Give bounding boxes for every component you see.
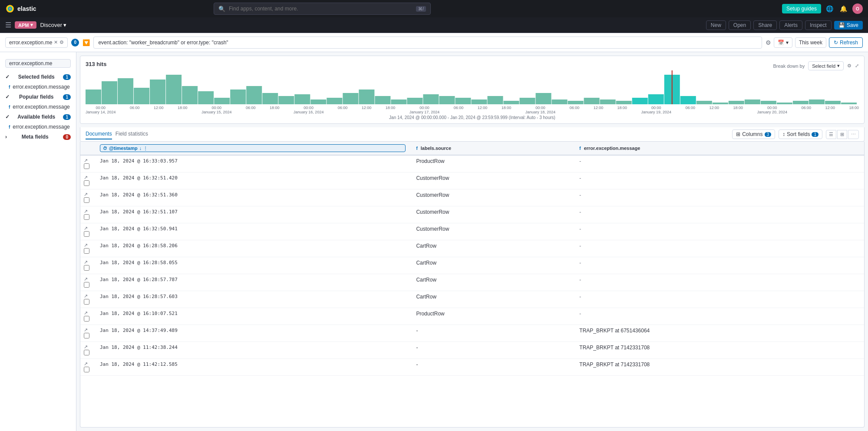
expand-row-icon[interactable]: ↗ bbox=[84, 344, 88, 349]
svg-point-2 bbox=[9, 8, 11, 10]
sidebar-item-error-exception-message-popular[interactable]: f error.exception.message bbox=[0, 103, 76, 111]
save-label: Save bbox=[847, 22, 858, 28]
refresh-button[interactable]: ↻ Refresh bbox=[829, 37, 863, 48]
settings-icon[interactable]: ⚙ bbox=[766, 39, 771, 46]
table-row: ↗ Jan 18, 2024 @ 16:32:51.107 CustomerRo… bbox=[80, 206, 864, 223]
svg-rect-30 bbox=[520, 98, 535, 104]
row-checkbox[interactable] bbox=[84, 282, 89, 288]
row-checkbox[interactable] bbox=[84, 248, 89, 254]
svg-rect-34 bbox=[584, 98, 600, 104]
time-range-button[interactable]: This week bbox=[795, 37, 826, 48]
query-bar-right: ⚙ 📅 ▾ This week ↻ Refresh bbox=[766, 37, 863, 48]
column-options-icon[interactable]: ⋮ bbox=[143, 146, 148, 151]
field-count-button[interactable]: 0 bbox=[71, 39, 79, 46]
svg-rect-45 bbox=[761, 101, 776, 104]
new-button[interactable]: New bbox=[706, 20, 726, 30]
row-checkbox[interactable] bbox=[84, 180, 89, 186]
open-button[interactable]: Open bbox=[729, 20, 751, 30]
exception-column-header[interactable]: f error.exception.message bbox=[574, 142, 864, 155]
options-button[interactable]: ⋯ bbox=[848, 130, 859, 139]
chart-expand-icon[interactable]: ⤢ bbox=[855, 63, 859, 69]
row-checkbox[interactable] bbox=[84, 265, 89, 271]
label-cell: ProductRow bbox=[411, 308, 574, 325]
row-checkbox[interactable] bbox=[84, 214, 89, 220]
selected-fields-header[interactable]: ✓ Selected fields 1 bbox=[0, 71, 76, 83]
save-button[interactable]: 💾 Save bbox=[834, 21, 863, 30]
row-checkbox[interactable] bbox=[84, 316, 89, 322]
svg-rect-48 bbox=[809, 99, 825, 104]
index-pattern-button[interactable]: error.exception.me bbox=[5, 59, 71, 68]
tab-documents[interactable]: Documents bbox=[86, 129, 112, 139]
row-checkbox[interactable] bbox=[84, 350, 89, 355]
user-avatar[interactable]: O bbox=[852, 3, 863, 14]
table-view-button[interactable]: ☰ bbox=[826, 130, 836, 139]
row-checkbox[interactable] bbox=[84, 367, 89, 372]
popular-fields-header[interactable]: ✓ Popular fields 1 bbox=[0, 91, 76, 103]
field-selector[interactable]: error.exception.me ✕ ⚙ bbox=[5, 37, 68, 48]
expand-row-icon[interactable]: ↗ bbox=[84, 242, 88, 248]
query-input[interactable] bbox=[93, 36, 762, 49]
expand-row-icon[interactable]: ↗ bbox=[84, 225, 88, 231]
columns-button[interactable]: ⊞ Columns 3 bbox=[732, 129, 775, 139]
inspect-button[interactable]: Inspect bbox=[805, 20, 832, 30]
svg-rect-41 bbox=[696, 101, 712, 104]
global-search-input[interactable] bbox=[229, 6, 413, 12]
row-checkbox[interactable] bbox=[84, 231, 89, 237]
svg-rect-5 bbox=[118, 78, 133, 104]
meta-fields-header[interactable]: › Meta fields 0 bbox=[0, 131, 76, 143]
share-button[interactable]: Share bbox=[753, 20, 777, 30]
select-field-button[interactable]: Select field ▾ bbox=[808, 61, 844, 70]
row-checkbox[interactable] bbox=[84, 333, 89, 338]
sidebar-item-error-exception-message-selected[interactable]: f error.exception.message bbox=[0, 83, 76, 91]
calendar-button[interactable]: 📅 ▾ bbox=[774, 37, 792, 48]
time-range-label: Jan 14, 2024 @ 00:00:00.000 - Jan 20, 20… bbox=[86, 115, 859, 120]
timestamp-col-icon: ⏱ bbox=[103, 146, 107, 151]
row-checkbox[interactable] bbox=[84, 299, 89, 305]
expand-row-icon[interactable]: ↗ bbox=[84, 327, 88, 332]
chart-settings-icon[interactable]: ⚙ bbox=[847, 63, 851, 69]
hamburger-menu-icon[interactable]: ☰ bbox=[5, 21, 11, 29]
label-cell: - bbox=[411, 342, 574, 359]
svg-rect-12 bbox=[230, 90, 246, 104]
expand-row-icon[interactable]: ↗ bbox=[84, 175, 88, 180]
svg-rect-27 bbox=[471, 99, 487, 104]
tab-field-statistics[interactable]: Field statistics bbox=[116, 129, 148, 139]
alerts-button[interactable]: Alerts bbox=[779, 20, 802, 30]
svg-rect-4 bbox=[102, 81, 117, 104]
svg-rect-16 bbox=[294, 94, 310, 104]
expand-row-icon[interactable]: ↗ bbox=[84, 276, 88, 282]
labels-source-column-header[interactable]: f labels.source bbox=[411, 142, 574, 155]
svg-rect-19 bbox=[343, 93, 358, 104]
expand-row-icon[interactable]: ↗ bbox=[84, 209, 88, 214]
meta-fields-count: 0 bbox=[63, 134, 71, 140]
svg-rect-21 bbox=[375, 96, 390, 104]
discover-tab[interactable]: Discover ▾ bbox=[40, 22, 66, 28]
setup-guides-button[interactable]: Setup guides bbox=[782, 4, 821, 13]
expand-row-icon[interactable]: ↗ bbox=[84, 259, 88, 265]
grid-view-button[interactable]: ⊞ bbox=[837, 130, 847, 139]
timestamp-column-header[interactable]: ⏱ @timestamp ↓ ⋮ bbox=[95, 142, 411, 155]
expand-row-icon[interactable]: ↗ bbox=[84, 293, 88, 298]
expand-row-icon[interactable]: ↗ bbox=[84, 158, 88, 163]
row-checkbox[interactable] bbox=[84, 163, 89, 169]
expand-row-icon[interactable]: ↗ bbox=[84, 361, 88, 366]
globe-icon[interactable]: 🌐 bbox=[825, 5, 835, 12]
apm-badge[interactable]: APM ▾ bbox=[15, 21, 36, 29]
row-checkbox[interactable] bbox=[84, 197, 89, 203]
sidebar-item-error-exception-message-available[interactable]: f error.exception.message bbox=[0, 123, 76, 131]
field-name: error.exception.message bbox=[13, 104, 69, 110]
elastic-logo[interactable]: elastic bbox=[5, 4, 36, 13]
available-fields-count: 1 bbox=[63, 114, 71, 120]
global-search-bar[interactable]: 🔍 ⌘/ bbox=[214, 3, 431, 15]
expand-row-icon[interactable]: ↗ bbox=[84, 192, 88, 197]
available-fields-header[interactable]: ✓ Available fields 1 bbox=[0, 111, 76, 123]
label-cell: - bbox=[411, 325, 574, 342]
elastic-logo-text: elastic bbox=[17, 5, 36, 12]
bell-icon[interactable]: 🔔 bbox=[838, 5, 849, 12]
results-table-container: ⏱ @timestamp ↓ ⋮ f labels.source bbox=[80, 142, 865, 428]
svg-rect-37 bbox=[632, 98, 648, 104]
expand-row-icon[interactable]: ↗ bbox=[84, 310, 88, 315]
svg-rect-42 bbox=[713, 103, 728, 104]
sort-fields-button[interactable]: ↕ Sort fields 1 bbox=[779, 129, 822, 139]
toolbar-right: ⊞ Columns 3 ↕ Sort fields 1 ☰ ⊞ ⋯ bbox=[732, 129, 859, 139]
